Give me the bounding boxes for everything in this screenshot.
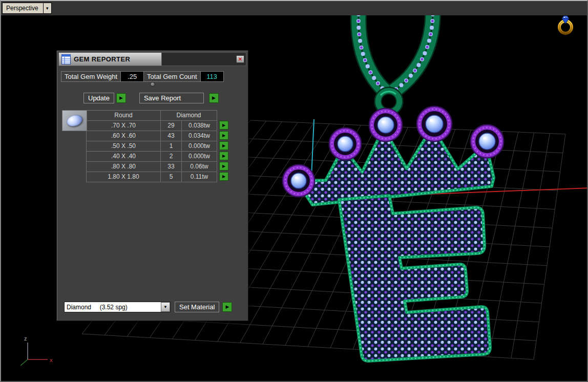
ring-logo-icon bbox=[559, 16, 572, 33]
table-row: .80 X .80 33 0.06tw ▶ bbox=[87, 161, 228, 172]
close-icon[interactable]: ✕ bbox=[236, 55, 244, 63]
gem-size-cell: .70 X .70 bbox=[86, 120, 161, 131]
axis-x-label: x bbox=[50, 357, 53, 363]
gem-weight-cell: 0.000tw bbox=[181, 141, 217, 152]
save-report-go-icon[interactable]: ▶ bbox=[209, 93, 219, 103]
app-window: z x Perspective ▼ GEM REPORTER bbox=[0, 0, 588, 382]
row-go-icon[interactable]: ▶ bbox=[219, 172, 228, 181]
total-gem-weight-value: .25 bbox=[120, 71, 144, 82]
gem-reporter-icon bbox=[61, 54, 71, 65]
gem-weight-cell: 0.000tw bbox=[181, 151, 217, 162]
gem-thumbnail[interactable] bbox=[62, 110, 87, 131]
total-gem-count-label: Total Gem Count bbox=[143, 71, 201, 82]
axis-z-label: z bbox=[24, 335, 27, 342]
chevron-down-icon[interactable]: ▼ bbox=[161, 302, 170, 312]
pendant-model bbox=[283, 1, 503, 361]
table-row: .50 X .50 1 0.000tw ▶ bbox=[87, 141, 228, 152]
material-column-header: Diamond bbox=[160, 110, 217, 121]
gem-size-cell: .60 X .60 bbox=[86, 131, 161, 141]
row-go-icon[interactable]: ▶ bbox=[219, 121, 228, 130]
axis-indicator: z x bbox=[20, 335, 53, 366]
panel-collapse-knob[interactable] bbox=[150, 82, 155, 87]
table-row: .60 X .60 43 0.034tw ▶ bbox=[87, 131, 228, 141]
table-row: .40 X .40 2 0.000tw ▶ bbox=[87, 151, 228, 162]
set-material-button[interactable]: Set Material bbox=[175, 302, 219, 312]
gem-size-cell: .40 X .40 bbox=[86, 151, 161, 162]
update-go-icon[interactable]: ▶ bbox=[116, 93, 126, 103]
row-go-icon[interactable]: ▶ bbox=[219, 141, 228, 150]
update-button[interactable]: Update bbox=[83, 93, 114, 103]
material-row: Diamond (3.52 spg) ▼ Set Material ▶ bbox=[64, 302, 232, 312]
gem-count-cell: 43 bbox=[160, 131, 182, 141]
table-row: 1.80 X 1.80 5 0.11tw ▶ bbox=[87, 172, 228, 182]
material-select-value: Diamond (3.52 spg) bbox=[65, 304, 161, 311]
save-report-button[interactable]: Save Report bbox=[139, 93, 204, 103]
gem-weight-cell: 0.034tw bbox=[181, 131, 217, 141]
dialog-titlebar[interactable]: GEM REPORTER ✕ bbox=[58, 52, 246, 66]
gem-count-cell: 33 bbox=[160, 161, 182, 172]
gem-count-cell: 1 bbox=[160, 141, 182, 152]
material-select[interactable]: Diamond (3.52 spg) ▼ bbox=[64, 302, 171, 312]
gem-weight-cell: 0.06tw bbox=[181, 161, 217, 172]
gem-count-cell: 2 bbox=[160, 151, 182, 162]
gem-table: Round Diamond .70 X .70 29 0.038tw ▶ .60… bbox=[62, 110, 228, 182]
row-go-icon[interactable]: ▶ bbox=[219, 162, 228, 171]
letter-e-body bbox=[339, 196, 490, 361]
table-header-row: Round Diamond bbox=[87, 110, 228, 121]
gem-preview-image bbox=[66, 113, 84, 129]
gem-size-cell: .80 X .80 bbox=[86, 161, 161, 172]
dialog-titlebar-right: ✕ bbox=[162, 52, 246, 66]
totals-row: Total Gem Weight .25 Total Gem Count 113 bbox=[61, 71, 224, 82]
table-row: .70 X .70 29 0.038tw ▶ bbox=[87, 120, 228, 131]
gem-weight-cell: 0.11tw bbox=[181, 172, 217, 182]
shape-column-header: Round bbox=[86, 110, 161, 121]
viewport-title-label[interactable]: Perspective bbox=[2, 3, 44, 14]
viewport-top-bar bbox=[1, 1, 587, 15]
total-gem-count-value: 113 bbox=[200, 71, 224, 82]
gem-reporter-dialog: GEM REPORTER ✕ Total Gem Weight .25 Tota… bbox=[56, 50, 248, 321]
viewport-menu-dropdown-icon[interactable]: ▼ bbox=[44, 3, 52, 14]
row-go-icon[interactable]: ▶ bbox=[219, 152, 228, 160]
dialog-title: GEM REPORTER bbox=[74, 55, 130, 63]
viewport-title-tab[interactable]: Perspective ▼ bbox=[2, 3, 52, 14]
dialog-titlebar-left[interactable]: GEM REPORTER bbox=[58, 52, 162, 66]
gem-size-cell: .50 X .50 bbox=[86, 141, 161, 152]
gem-count-cell: 29 bbox=[160, 120, 182, 131]
actions-row: Update ▶ Save Report ▶ bbox=[61, 93, 219, 103]
set-material-go-icon[interactable]: ▶ bbox=[222, 302, 232, 312]
total-gem-weight-label: Total Gem Weight bbox=[61, 71, 121, 82]
gem-weight-cell: 0.038tw bbox=[181, 120, 217, 131]
gem-size-cell: 1.80 X 1.80 bbox=[86, 172, 161, 182]
gem-count-cell: 5 bbox=[160, 172, 182, 182]
row-go-icon[interactable]: ▶ bbox=[219, 131, 228, 140]
